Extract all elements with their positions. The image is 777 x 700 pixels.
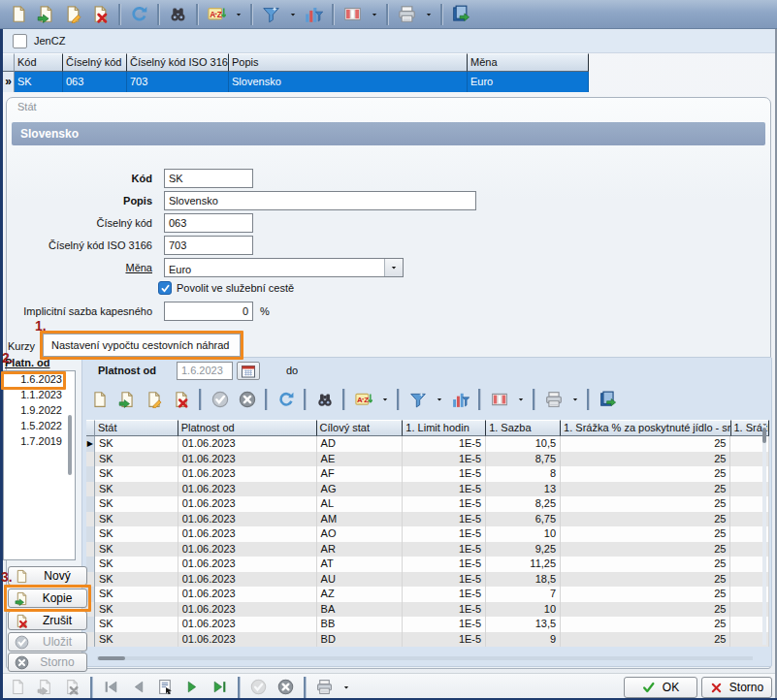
filter-button[interactable] [405, 387, 431, 412]
zru-it-button[interactable]: Zrušit [8, 611, 87, 630]
button-label: Uložit [34, 635, 81, 649]
dropdown-button[interactable] [384, 259, 403, 276]
sort-az-button[interactable]: AZ [350, 387, 376, 412]
table-row[interactable]: SK01.06.2023AT1E-511,2525 [86, 557, 769, 572]
column-header[interactable]: Platnost od [178, 420, 317, 436]
calendar-button[interactable] [237, 362, 260, 380]
tab-nastaveni[interactable]: Nastavení vypočtu cestovních náhrad [43, 334, 241, 357]
record-list-button[interactable] [152, 675, 178, 700]
delete-button[interactable] [87, 2, 113, 27]
refresh-button[interactable] [126, 2, 152, 27]
new-button[interactable] [6, 2, 32, 27]
rates-vscroll-thumb[interactable] [762, 428, 766, 443]
columns-button[interactable] [486, 387, 512, 412]
edit-button[interactable] [141, 387, 167, 412]
ciselny-kod-input[interactable]: 063 [164, 213, 253, 233]
rates-hscroll-thumb[interactable] [98, 656, 125, 660]
filter-advanced-button[interactable] [447, 387, 473, 412]
table-cell: SK [95, 482, 178, 497]
date-item[interactable]: 1.7.2019 [4, 433, 75, 449]
print-button[interactable] [394, 2, 420, 27]
column-header[interactable]: 1. Srážka % za poskytnuté jídlo - snídan… [561, 420, 730, 436]
search-button[interactable] [165, 2, 191, 27]
table-row[interactable]: SK01.06.2023AR1E-59,2525 [86, 542, 769, 557]
table-row[interactable]: ▶SK01.06.2023AD1E-510,525 [86, 436, 769, 452]
column-header[interactable]: Číselný kód ISO 3166 [127, 53, 229, 72]
column-header[interactable]: Číselný kód [63, 53, 127, 72]
storno-button[interactable]: Storno [701, 677, 772, 698]
print-dropdown-button[interactable] [339, 675, 353, 700]
nov--button[interactable]: Nový [8, 566, 87, 586]
popis-input[interactable]: Slovensko [164, 191, 476, 210]
column-header[interactable]: Popis [229, 53, 468, 72]
date-item selected[interactable]: 1.6.2023 [4, 371, 75, 387]
kopie-button[interactable]: Kopie [8, 589, 87, 608]
refresh-button[interactable] [273, 387, 299, 412]
cancel-button[interactable] [273, 675, 299, 700]
table-row[interactable]: »SK063703SlovenskoEuro [3, 72, 589, 92]
column-header[interactable]: Cílový stat [317, 420, 404, 436]
table-row[interactable]: SK01.06.2023AL1E-58,2525 [86, 496, 769, 512]
copy-button[interactable] [33, 2, 59, 27]
print-button[interactable] [311, 675, 338, 700]
sort-az-dropdown-button[interactable] [377, 387, 392, 412]
kod-input[interactable]: SK [164, 169, 253, 188]
table-cell: 8,75 [486, 452, 561, 467]
table-row[interactable]: SK01.06.2023AE1E-58,7525 [86, 452, 769, 467]
date-item[interactable]: 1.9.2022 [4, 402, 75, 418]
print-dropdown-button[interactable] [421, 2, 436, 27]
column-header[interactable]: 1. Limit hodin [403, 420, 486, 436]
table-row[interactable]: SK01.06.2023AU1E-518,525 [86, 572, 769, 588]
new-button[interactable] [86, 387, 113, 412]
column-header[interactable]: Měna [468, 53, 589, 72]
sort-az-dropdown-button[interactable] [231, 2, 245, 27]
last-button[interactable] [207, 675, 233, 700]
first-button[interactable] [98, 675, 124, 700]
column-header[interactable]: Kód [15, 53, 63, 72]
columns-dropdown-button[interactable] [367, 2, 381, 27]
export-button[interactable] [595, 387, 621, 412]
filter-button[interactable] [258, 2, 284, 27]
delete-button[interactable] [168, 387, 194, 412]
allow-trip-checkbox[interactable] [158, 281, 172, 295]
table-row[interactable]: SK01.06.2023AG1E-51325 [86, 482, 769, 497]
accept-button[interactable] [207, 387, 233, 412]
cancel-button[interactable] [234, 387, 260, 412]
jencz-checkbox[interactable] [13, 34, 27, 48]
validity-from-input[interactable]: 1.6.2023 [177, 362, 233, 380]
pocket-rate-input[interactable]: 0 [164, 302, 253, 321]
filter-dropdown-button[interactable] [432, 387, 446, 412]
search-button[interactable] [311, 387, 338, 412]
table-row[interactable]: SK01.06.2023BD1E-5925 [86, 632, 769, 648]
prev-button[interactable] [125, 675, 151, 700]
sort-az-button[interactable]: AZ [204, 2, 230, 27]
table-row[interactable]: SK01.06.2023AF1E-5825 [86, 466, 769, 482]
table-cell: 01.06.2023 [178, 587, 317, 602]
dates-scrollbar[interactable] [68, 415, 72, 475]
iso-kod-input[interactable]: 703 [164, 236, 253, 255]
page-edit-icon [64, 5, 82, 23]
print-dropdown-button[interactable] [567, 387, 582, 412]
filter-dropdown-button[interactable] [285, 2, 300, 27]
table-cell: 1E-5 [403, 526, 486, 542]
edit-button[interactable] [60, 2, 86, 27]
column-header[interactable]: Stát [95, 420, 178, 436]
table-row[interactable]: SK01.06.2023BA1E-51025 [86, 602, 769, 618]
copy-button[interactable] [113, 387, 140, 412]
date-item[interactable]: 1.5.2022 [4, 418, 75, 433]
ok-button[interactable]: OK [624, 677, 697, 698]
columns-dropdown-button[interactable] [513, 387, 528, 412]
mena-select[interactable]: Euro [164, 258, 404, 277]
column-header[interactable]: 1. Sazba [486, 420, 561, 436]
table-row[interactable]: SK01.06.2023AZ1E-5725 [86, 587, 769, 602]
filter-advanced-button[interactable] [301, 2, 327, 27]
print-button[interactable] [540, 387, 567, 412]
date-item[interactable]: 1.1.2023 [4, 387, 75, 402]
caret-down-icon [516, 395, 526, 404]
next-button[interactable] [179, 675, 206, 700]
table-row[interactable]: SK01.06.2023AM1E-56,7525 [86, 512, 769, 527]
columns-button[interactable] [340, 2, 366, 27]
export-button[interactable] [448, 2, 474, 27]
table-row[interactable]: SK01.06.2023BB1E-513,525 [86, 617, 769, 632]
table-row[interactable]: SK01.06.2023AO1E-51025 [86, 526, 769, 542]
